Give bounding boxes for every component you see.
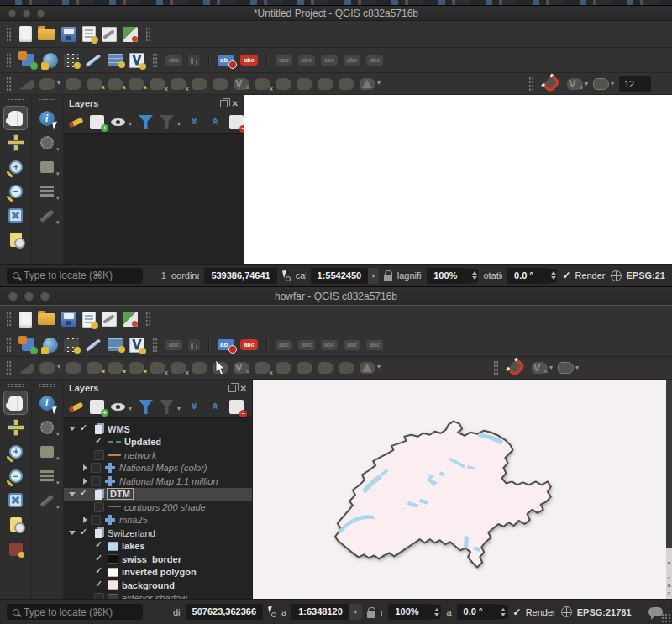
- save-edits-icon[interactable]: [66, 78, 81, 90]
- measure-icon[interactable]: [39, 208, 55, 223]
- vertex-all-icon[interactable]: [150, 78, 165, 90]
- save-project-icon[interactable]: [61, 312, 76, 327]
- zoom-out-icon[interactable]: [9, 469, 23, 483]
- dropdown-arrow-icon[interactable]: ▾: [129, 405, 132, 412]
- coordinate-field[interactable]: 507623,362366: [186, 604, 263, 620]
- visibility-checkbox[interactable]: [79, 489, 89, 499]
- drag-handle[interactable]: [493, 360, 499, 375]
- pan-to-selection-tool[interactable]: [4, 131, 27, 154]
- scale-field[interactable]: 1:6348120: [291, 604, 349, 620]
- rotation-field[interactable]: 0.0 °: [507, 268, 549, 284]
- select-features-tool[interactable]: ▾: [36, 155, 59, 178]
- layer-item-updated[interactable]: Updated: [64, 436, 252, 449]
- highlight-pinned-labels-icon[interactable]: [240, 55, 258, 66]
- layer-item-swiss-border[interactable]: swiss_border: [64, 553, 252, 566]
- offset-curve-icon[interactable]: [213, 78, 228, 90]
- split-features-icon[interactable]: [276, 78, 291, 90]
- manage-map-themes-icon[interactable]: [111, 400, 125, 414]
- scale-dropdown[interactable]: ▾: [349, 604, 362, 620]
- pan-to-selection-tool[interactable]: [4, 416, 27, 438]
- drag-handle[interactable]: [152, 338, 158, 353]
- move-label-icon[interactable]: [298, 55, 315, 66]
- merge-features-icon[interactable]: [318, 362, 333, 374]
- select-features-icon[interactable]: [40, 161, 54, 173]
- show-hide-diagrams-icon[interactable]: [321, 55, 338, 66]
- select-features-tool[interactable]: ▾: [36, 440, 59, 463]
- open-layer-styling-icon[interactable]: [69, 115, 83, 129]
- new-bookmark-icon[interactable]: [9, 543, 23, 556]
- add-line-icon[interactable]: [129, 362, 144, 374]
- highlight-pinned-labels-icon[interactable]: [240, 339, 258, 350]
- add-line-icon[interactable]: [129, 78, 144, 90]
- drag-handle[interactable]: [152, 53, 158, 68]
- locator-input[interactable]: [24, 606, 137, 618]
- zoom-last-icon[interactable]: [10, 517, 22, 532]
- drag-handle[interactable]: [7, 383, 25, 388]
- visibility-checkbox[interactable]: [94, 541, 104, 551]
- add-wms-layer-icon[interactable]: [43, 338, 58, 353]
- scale-field[interactable]: 1:5542450: [311, 268, 369, 284]
- expand-arrow-icon[interactable]: [83, 464, 87, 471]
- layer-item-inverted-polygon[interactable]: inverted polygon: [64, 566, 252, 579]
- add-group-icon[interactable]: [90, 115, 104, 129]
- split-parts-icon[interactable]: [297, 78, 312, 90]
- float-panel-icon[interactable]: [220, 100, 228, 107]
- pan-map-tool[interactable]: [4, 107, 27, 129]
- identify-features-tool[interactable]: [36, 391, 59, 414]
- visibility-checkbox[interactable]: [79, 528, 89, 538]
- visibility-checkbox[interactable]: [91, 463, 101, 473]
- zoom-last-tool[interactable]: [4, 228, 27, 251]
- drag-handle[interactable]: [6, 76, 12, 92]
- dropdown-arrow-icon[interactable]: ▾: [177, 120, 181, 128]
- drag-handle[interactable]: [7, 98, 25, 103]
- collapse-all-icon[interactable]: [208, 115, 223, 129]
- rotate-label-icon[interactable]: [366, 340, 383, 350]
- layer-diagram-options-icon[interactable]: [188, 339, 200, 351]
- visibility-checkbox[interactable]: [79, 424, 89, 434]
- identify-features-tool[interactable]: [36, 107, 59, 129]
- add-point-cloud-layer-icon[interactable]: [64, 54, 79, 67]
- add-mesh-layer-icon[interactable]: [129, 53, 144, 68]
- layer-item-exterior-shadow[interactable]: exterior shadow: [64, 592, 252, 600]
- open-data-source-manager-icon[interactable]: [22, 338, 34, 351]
- checkerboard-icon[interactable]: [339, 78, 354, 90]
- visibility-checkbox[interactable]: [94, 437, 104, 447]
- advanced-grid-icon[interactable]: [255, 362, 270, 374]
- add-mesh-layer-icon[interactable]: [129, 338, 144, 353]
- drag-handle[interactable]: [38, 98, 56, 103]
- style-manager-icon[interactable]: [123, 27, 138, 42]
- select-by-value-tool[interactable]: ▾: [36, 464, 59, 487]
- dropdown-arrow-icon[interactable]: ▾: [56, 170, 60, 177]
- open-project-icon[interactable]: [38, 29, 55, 40]
- layer-group-wms[interactable]: WMS: [64, 422, 252, 436]
- measure-tool[interactable]: ▾: [36, 489, 59, 511]
- drag-handle[interactable]: [6, 53, 12, 68]
- open-project-icon[interactable]: [38, 313, 55, 325]
- zoom-in-icon[interactable]: [9, 160, 23, 174]
- rotation-spinner[interactable]: [499, 605, 508, 619]
- magnifier-spinner[interactable]: [470, 269, 478, 283]
- show-layout-manager-icon[interactable]: [102, 312, 117, 327]
- allow-edits-icon[interactable]: [18, 78, 34, 90]
- merge-features-icon[interactable]: [318, 78, 333, 90]
- layer-item-lakes[interactable]: lakes: [64, 540, 252, 553]
- visibility-checkbox[interactable]: [94, 567, 104, 577]
- dropdown-arrow-icon[interactable]: ▾: [585, 80, 588, 87]
- expand-arrow-icon[interactable]: [83, 517, 87, 523]
- add-point-icon[interactable]: [108, 78, 123, 90]
- new-project-icon[interactable]: [19, 26, 32, 42]
- save-project-icon[interactable]: [61, 27, 76, 42]
- layer-item-background[interactable]: background: [64, 579, 252, 592]
- lock-scale-icon[interactable]: [367, 611, 375, 618]
- manage-map-themes-icon[interactable]: [111, 115, 125, 129]
- pan-map-icon[interactable]: [8, 396, 23, 411]
- visibility-checkbox[interactable]: [94, 450, 104, 460]
- pan-to-selection-icon[interactable]: [8, 135, 24, 150]
- add-point-cloud-layer-icon[interactable]: [64, 338, 79, 352]
- drag-handle[interactable]: [145, 27, 151, 42]
- drag-handle[interactable]: [6, 312, 12, 327]
- locator-search[interactable]: [7, 268, 143, 284]
- layer-labeling-options-icon[interactable]: [165, 340, 182, 350]
- run-feature-action-tool[interactable]: ▾: [36, 131, 59, 154]
- dropdown-arrow-icon[interactable]: ▾: [549, 364, 553, 371]
